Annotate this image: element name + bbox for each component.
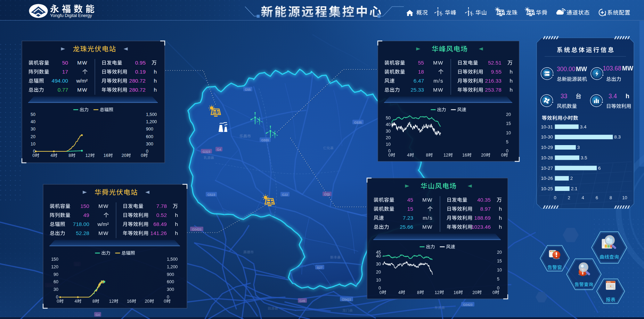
svg-text:6: 6 bbox=[598, 166, 601, 171]
svg-text:G0422: G0422 bbox=[342, 298, 351, 301]
svg-text:9.55: 9.55 bbox=[491, 69, 502, 75]
svg-text:0.19: 0.19 bbox=[135, 69, 146, 75]
svg-text:MW: MW bbox=[622, 65, 633, 72]
svg-text:300.00: 300.00 bbox=[557, 66, 576, 73]
svg-text:0: 0 bbox=[497, 286, 499, 291]
svg-text:45: 45 bbox=[407, 197, 413, 203]
svg-text:12: 12 bbox=[443, 153, 448, 158]
svg-text:33: 33 bbox=[561, 93, 567, 100]
svg-text:h: h bbox=[510, 87, 513, 93]
svg-text:30: 30 bbox=[54, 287, 58, 292]
svg-text:12: 12 bbox=[109, 299, 114, 304]
svg-text:3.4: 3.4 bbox=[580, 124, 587, 129]
svg-text:2.1: 2.1 bbox=[571, 186, 578, 191]
svg-text:MW: MW bbox=[422, 224, 433, 230]
svg-text:0.77: 0.77 bbox=[58, 87, 68, 93]
svg-text:280.72: 280.72 bbox=[129, 87, 146, 93]
svg-text:50: 50 bbox=[62, 60, 68, 66]
svg-text:10: 10 bbox=[386, 142, 391, 147]
svg-text:4: 4 bbox=[50, 153, 53, 158]
svg-text:50: 50 bbox=[386, 116, 391, 120]
svg-text:MW: MW bbox=[576, 66, 587, 73]
svg-text:2: 2 bbox=[570, 176, 573, 181]
svg-text:60: 60 bbox=[54, 279, 58, 284]
svg-text:20: 20 bbox=[506, 112, 511, 117]
svg-text:12: 12 bbox=[435, 290, 440, 295]
svg-text:8: 8 bbox=[417, 290, 419, 295]
svg-text:216.33: 216.33 bbox=[485, 78, 502, 84]
svg-text:0: 0 bbox=[167, 295, 169, 300]
svg-text:10-29: 10-29 bbox=[541, 145, 553, 150]
svg-text:300: 300 bbox=[146, 142, 153, 146]
svg-text:7.23: 7.23 bbox=[403, 215, 413, 221]
svg-text:17: 17 bbox=[62, 69, 68, 75]
svg-text:Yongfu Digital Energy: Yongfu Digital Energy bbox=[50, 13, 92, 18]
svg-text:APRIL: APRIL bbox=[607, 282, 611, 283]
svg-text:h: h bbox=[499, 215, 502, 221]
svg-text:0: 0 bbox=[506, 149, 508, 153]
svg-text:0.95: 0.95 bbox=[135, 60, 146, 66]
svg-text:m/s: m/s bbox=[433, 78, 443, 84]
svg-text:G45: G45 bbox=[299, 299, 305, 303]
svg-text:6.47: 6.47 bbox=[414, 78, 424, 84]
svg-text:16: 16 bbox=[462, 153, 467, 158]
svg-text:15: 15 bbox=[407, 206, 413, 212]
svg-text:188.69: 188.69 bbox=[474, 215, 491, 221]
svg-text:8: 8 bbox=[426, 153, 428, 158]
svg-text:120: 120 bbox=[51, 265, 58, 269]
svg-text:7.78: 7.78 bbox=[156, 203, 167, 209]
svg-text:1,200: 1,200 bbox=[167, 265, 178, 269]
svg-text:10-31: 10-31 bbox=[541, 124, 553, 129]
svg-text:10: 10 bbox=[376, 278, 381, 283]
svg-text:1,500: 1,500 bbox=[167, 257, 178, 262]
svg-text:49: 49 bbox=[83, 212, 89, 218]
svg-text:30: 30 bbox=[376, 262, 381, 267]
svg-text:40: 40 bbox=[386, 122, 391, 127]
svg-text:G22: G22 bbox=[282, 193, 288, 196]
svg-text:h: h bbox=[510, 78, 513, 84]
svg-text:20: 20 bbox=[386, 135, 391, 140]
svg-text:15: 15 bbox=[497, 259, 502, 263]
svg-text:G323: G323 bbox=[203, 150, 210, 153]
svg-text:8.3: 8.3 bbox=[614, 134, 621, 140]
svg-text:0: 0 bbox=[164, 299, 166, 304]
svg-text:12: 12 bbox=[85, 153, 90, 158]
svg-text:h: h bbox=[154, 78, 157, 84]
svg-text:w/m²: w/m² bbox=[76, 78, 88, 84]
svg-text:718.00: 718.00 bbox=[73, 221, 90, 227]
svg-text:S27: S27 bbox=[317, 266, 323, 269]
svg-text:16: 16 bbox=[127, 299, 132, 304]
svg-text:10-30: 10-30 bbox=[541, 134, 553, 140]
svg-text:1023.46: 1023.46 bbox=[471, 224, 491, 230]
svg-text:50: 50 bbox=[31, 112, 35, 117]
svg-text:10-27: 10-27 bbox=[541, 166, 553, 171]
svg-text:MW: MW bbox=[433, 87, 443, 93]
svg-text:25.66: 25.66 bbox=[400, 224, 413, 230]
svg-text:10-26: 10-26 bbox=[541, 176, 553, 181]
svg-text:G55: G55 bbox=[245, 88, 251, 91]
svg-text:m/s: m/s bbox=[423, 215, 433, 221]
svg-text:900: 900 bbox=[146, 127, 153, 132]
svg-text:h: h bbox=[175, 221, 178, 227]
svg-text:10: 10 bbox=[622, 195, 627, 200]
svg-text:5: 5 bbox=[506, 140, 508, 144]
svg-text:0: 0 bbox=[492, 290, 495, 295]
svg-text:G4: G4 bbox=[217, 148, 221, 151]
svg-text:8: 8 bbox=[92, 299, 95, 304]
svg-text:MW: MW bbox=[433, 60, 443, 66]
svg-text:30: 30 bbox=[31, 127, 35, 132]
svg-text:5: 5 bbox=[497, 277, 499, 282]
svg-text:4: 4 bbox=[398, 290, 401, 295]
svg-text:h: h bbox=[499, 206, 502, 212]
svg-text:10-28: 10-28 bbox=[541, 155, 553, 160]
svg-text:20: 20 bbox=[376, 270, 381, 275]
svg-text:253.78: 253.78 bbox=[485, 87, 502, 93]
svg-text:MW: MW bbox=[98, 203, 109, 209]
svg-text:0: 0 bbox=[141, 153, 143, 158]
svg-text:G0423: G0423 bbox=[463, 303, 472, 307]
svg-text:30: 30 bbox=[386, 129, 391, 134]
svg-text:20: 20 bbox=[31, 134, 35, 139]
svg-text:45: 45 bbox=[376, 250, 381, 255]
svg-text:h: h bbox=[154, 87, 157, 93]
svg-text:2: 2 bbox=[568, 195, 570, 200]
